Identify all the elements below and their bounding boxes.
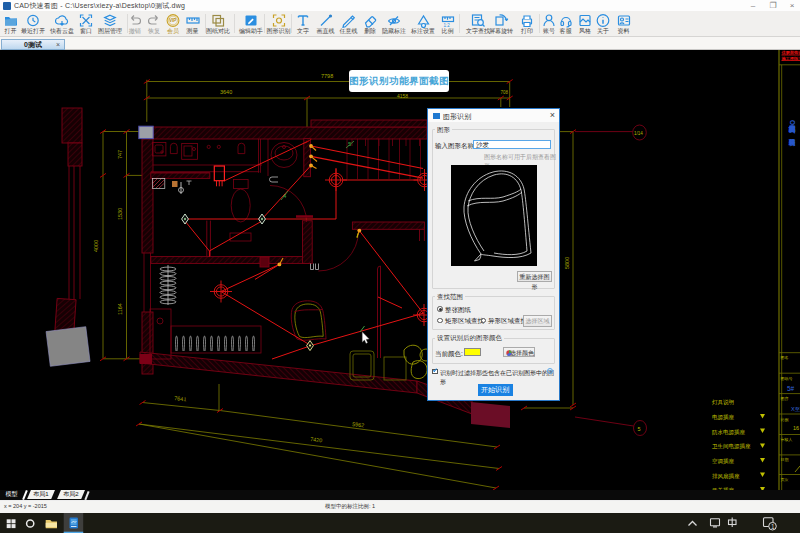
svg-text:卫生间电源插座: 卫生间电源插座 <box>712 443 751 450</box>
svg-text:4158: 4158 <box>397 93 408 99</box>
svg-text:日期: 日期 <box>781 457 789 462</box>
svg-text:7641: 7641 <box>174 395 187 402</box>
svg-text:VIP: VIP <box>169 18 176 23</box>
svg-text:708: 708 <box>501 90 509 95</box>
svg-text:1/14: 1/14 <box>634 131 643 136</box>
svg-text:施工图纸文件图: 施工图纸文件图 <box>781 56 800 61</box>
svg-text:灯具说明: 灯具说明 <box>712 399 734 406</box>
svg-text:3640: 3640 <box>220 89 232 95</box>
svg-text:图纸号: 图纸号 <box>781 376 793 381</box>
svg-text:7798: 7798 <box>321 73 333 79</box>
svg-text:1164: 1164 <box>117 303 123 315</box>
svg-text:747: 747 <box>117 150 123 159</box>
svg-text:5: 5 <box>638 426 641 432</box>
svg-text:图序: 图序 <box>781 396 789 401</box>
svg-text:空调插座: 空调插座 <box>712 458 735 465</box>
svg-text:防水电源插座: 防水电源插座 <box>712 429 746 436</box>
svg-text:5#: 5# <box>787 385 795 392</box>
svg-text:4000: 4000 <box>93 240 99 252</box>
svg-text:电源插座: 电源插座 <box>712 414 735 421</box>
svg-text:审核人: 审核人 <box>781 437 793 442</box>
svg-text:1: 1 <box>771 522 775 529</box>
svg-text:页次: 页次 <box>781 477 789 482</box>
svg-text:1530: 1530 <box>117 208 123 220</box>
svg-text:图名: 图名 <box>781 355 789 360</box>
svg-text:16: 16 <box>793 425 799 431</box>
svg-text:5800: 5800 <box>564 257 570 269</box>
svg-text:X至: X至 <box>791 406 800 412</box>
svg-text:排风扇插座: 排风扇插座 <box>712 473 740 480</box>
